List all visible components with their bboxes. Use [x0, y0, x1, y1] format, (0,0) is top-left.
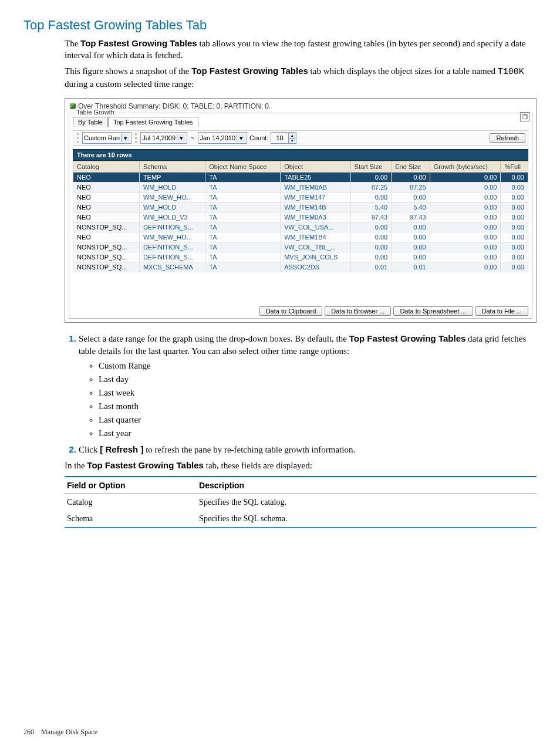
table-cell: 0.00	[501, 252, 528, 262]
table-row[interactable]: NEOWM_HOLDTAWM_ITEM0AB87.2587.250.000.00	[73, 183, 528, 193]
table-header-cell[interactable]: Start Size	[350, 161, 392, 173]
table-row[interactable]: NEOTEMPTATABLE250.000.000.000.00	[73, 173, 528, 183]
date-from-picker[interactable]: Jul 14,2009 ▾	[140, 132, 187, 144]
table-cell: WM_NEW_HO...	[139, 193, 205, 202]
toolbar: Custom Ran ▾ Jul 14,2009 ▾ ~ Jan 14,2010…	[73, 130, 528, 146]
refresh-button[interactable]: Refresh	[490, 133, 525, 143]
bold-text: Top Fastest Growing Tables	[349, 333, 466, 343]
table-cell: 0.00	[501, 212, 528, 222]
table-cell: WM_ITEM14B	[281, 202, 350, 212]
table-growth-fieldset: Table Growth ❐ By Table Top Fastest Grow…	[69, 113, 532, 319]
table-cell: 0.00	[501, 173, 528, 183]
table-header-cell[interactable]: End Size	[392, 161, 430, 173]
export-button-row: Data to ClipboardData to Browser ...Data…	[73, 272, 528, 315]
range-dropdown[interactable]: Custom Ran ▾	[82, 132, 131, 144]
table-cell: 97.43	[350, 212, 392, 222]
table-cell: WM_ITEM1B4	[281, 232, 350, 242]
page-title: Top Fastest Growing Tables Tab	[23, 18, 537, 33]
table-cell: TA	[205, 193, 281, 202]
gripper-icon[interactable]	[135, 133, 137, 143]
table-row[interactable]: NEOWM_HOLDTAWM_ITEM14B5.405.400.000.00	[73, 202, 528, 212]
table-header-cell[interactable]: Catalog	[73, 161, 140, 173]
export-button[interactable]: Data to Clipboard	[259, 306, 323, 316]
field-name-cell: Catalog	[65, 494, 197, 511]
table-header-cell[interactable]: Object	[281, 161, 350, 173]
table-cell: 0.00	[501, 202, 528, 212]
tab-by-table[interactable]: By Table	[73, 117, 108, 127]
table-row[interactable]: NONSTOP_SQ...DEFINITION_S...TAVW_COL_USA…	[73, 222, 528, 232]
table-cell: 0.00	[392, 173, 430, 183]
table-cell: NEO	[73, 193, 140, 202]
table-cell: 0.00	[430, 173, 501, 183]
table-cell: VW_COL_TBL_...	[281, 242, 350, 252]
table-row[interactable]: NEOWM_HOLD_V3TAWM_ITEM0A397.4397.430.000…	[73, 212, 528, 222]
table-row: CatalogSpecifies the SQL catalog.	[65, 494, 537, 511]
table-cell: 0.00	[350, 193, 392, 202]
table-header-cell[interactable]: %Full	[501, 161, 528, 173]
list-item: Custom Range	[99, 360, 537, 372]
table-cell: NONSTOP_SQ...	[73, 222, 140, 232]
list-item: Last day	[99, 373, 537, 386]
list-item: Last quarter	[99, 414, 537, 426]
field-desc-cell: Specifies the SQL catalog.	[197, 494, 537, 511]
table-cell: TABLE25	[281, 173, 350, 183]
table-header-cell[interactable]: Object Name Space	[205, 161, 281, 173]
table-row[interactable]: NEOWM_NEW_HO...TAWM_ITEM1470.000.000.000…	[73, 193, 528, 202]
table-cell: TEMP	[139, 173, 205, 183]
table-cell: WM_HOLD	[139, 202, 205, 212]
tab-top-fastest[interactable]: Top Fastest Growing Tables	[108, 117, 198, 127]
bold-text: Top Fastest Growing Tables	[87, 460, 204, 470]
table-cell: WM_NEW_HO...	[139, 232, 205, 242]
chevron-up-icon[interactable]: ▴	[289, 133, 296, 139]
table-cell: TA	[205, 212, 281, 222]
table-cell: NEO	[73, 202, 140, 212]
table-cell: 0.00	[430, 202, 501, 212]
table-cell: NONSTOP_SQ...	[73, 242, 140, 252]
table-cell: 0.00	[430, 212, 501, 222]
table-row[interactable]: NONSTOP_SQ...DEFINITION_S...TAMVS_JOIN_C…	[73, 252, 528, 262]
table-cell: 0.00	[501, 222, 528, 232]
date-to-picker[interactable]: Jan 14,2010 ▾	[198, 132, 247, 144]
text: Select a date range for the graph using …	[79, 334, 349, 343]
table-cell: 0.00	[501, 262, 528, 272]
fieldset-legend: Table Growth	[74, 109, 117, 116]
field-description-table: Field or Option Description CatalogSpeci…	[65, 476, 537, 528]
table-row[interactable]: NEOWM_NEW_HO...TAWM_ITEM1B40.000.000.000…	[73, 232, 528, 242]
table-cell: NEO	[73, 212, 140, 222]
table-row[interactable]: NONSTOP_SQ...DEFINITION_S...TAVW_COL_TBL…	[73, 242, 528, 252]
table-cell: 0.00	[350, 173, 392, 183]
table-cell: NEO	[73, 232, 140, 242]
table-cell: TA	[205, 202, 281, 212]
text: Click	[79, 445, 100, 454]
table-cell: TA	[205, 183, 281, 193]
gripper-icon[interactable]	[77, 133, 79, 143]
table-cell: 0.00	[392, 222, 430, 232]
export-button[interactable]: Data to Spreadsheet ...	[393, 306, 473, 316]
table-cell: WM_ITEM147	[281, 193, 350, 202]
text: during a custom selected time range:	[65, 79, 194, 89]
table-cell: 5.40	[350, 202, 392, 212]
table-cell: WM_ITEM0AB	[281, 183, 350, 193]
chevron-down-icon: ▾	[237, 134, 245, 142]
table-header-cell[interactable]: Growth (bytes/sec)	[430, 161, 501, 173]
table-cell: 0.00	[430, 242, 501, 252]
table-header-cell[interactable]: Schema	[139, 161, 205, 173]
instruction-steps: Select a date range for the graph using …	[65, 332, 537, 456]
range-options-list: Custom RangeLast dayLast weekLast monthL…	[90, 360, 537, 440]
description-header: Description	[197, 477, 537, 494]
export-button[interactable]: Data to File ...	[475, 306, 528, 316]
field-desc-cell: Specifies the SQL schema.	[197, 511, 537, 528]
field-name-cell: Schema	[65, 511, 197, 528]
table-cell: TA	[205, 242, 281, 252]
step-2: Click [ Refresh ] to refresh the pane by…	[79, 443, 537, 456]
export-button[interactable]: Data to Browser ...	[325, 306, 391, 316]
count-spinner[interactable]: 10 ▴ ▾	[271, 132, 296, 144]
table-cell: 0.00	[392, 232, 430, 242]
chevron-down-icon[interactable]: ▾	[289, 139, 296, 143]
table-cell: 0.00	[501, 193, 528, 202]
maximize-icon[interactable]: ❐	[520, 112, 529, 121]
range-separator: ~	[190, 134, 195, 141]
table-row[interactable]: NONSTOP_SQ...MXCS_SCHEMATAASSOC2DS0.010.…	[73, 262, 528, 272]
table-cell: TA	[205, 173, 281, 183]
table-cell: 0.00	[392, 252, 430, 262]
